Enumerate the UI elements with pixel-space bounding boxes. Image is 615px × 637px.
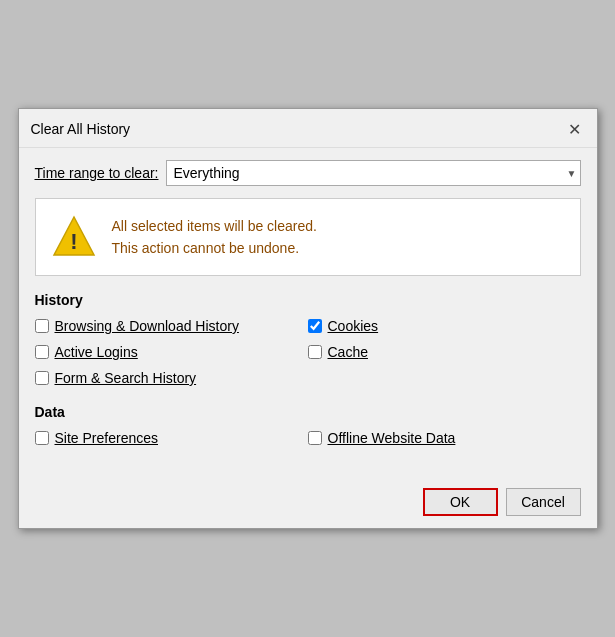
checkbox-cookies[interactable]: Cookies <box>308 318 581 334</box>
checkbox-offline-data-label: Offline Website Data <box>328 430 456 446</box>
checkbox-cache[interactable]: Cache <box>308 344 581 360</box>
data-section: Data Site Preferences Offline Website Da… <box>35 404 581 446</box>
checkbox-cache-input[interactable] <box>308 345 322 359</box>
checkbox-active-logins[interactable]: Active Logins <box>35 344 308 360</box>
checkbox-cookies-input[interactable] <box>308 319 322 333</box>
checkbox-site-pref-input[interactable] <box>35 431 49 445</box>
checkbox-offline-data[interactable]: Offline Website Data <box>308 430 581 446</box>
dialog-title: Clear All History <box>31 121 131 137</box>
warning-line2: This action cannot be undone. <box>112 237 317 259</box>
checkbox-form-search-input[interactable] <box>35 371 49 385</box>
checkbox-browsing-label: Browsing & Download History <box>55 318 239 334</box>
close-button[interactable]: ✕ <box>565 119 585 139</box>
warning-box: ! All selected items will be cleared. Th… <box>35 198 581 276</box>
checkbox-form-search[interactable]: Form & Search History <box>35 370 308 386</box>
dialog-body: Time range to clear: Everything Last Hou… <box>19 148 597 476</box>
warning-line1: All selected items will be cleared. <box>112 215 317 237</box>
time-range-row: Time range to clear: Everything Last Hou… <box>35 160 581 186</box>
checkbox-cookies-label: Cookies <box>328 318 379 334</box>
clear-history-dialog: Clear All History ✕ Time range to clear:… <box>18 108 598 529</box>
data-section-title: Data <box>35 404 581 420</box>
warning-text: All selected items will be cleared. This… <box>112 215 317 260</box>
warning-icon: ! <box>50 213 98 261</box>
time-range-select[interactable]: Everything Last Hour Last Two Hours Last… <box>166 160 580 186</box>
cancel-button[interactable]: Cancel <box>506 488 581 516</box>
svg-text:!: ! <box>70 229 77 254</box>
history-section: History Browsing & Download History Cook… <box>35 292 581 386</box>
checkbox-cache-label: Cache <box>328 344 368 360</box>
checkbox-form-search-label: Form & Search History <box>55 370 197 386</box>
time-range-label: Time range to clear: <box>35 165 159 181</box>
title-bar: Clear All History ✕ <box>19 109 597 148</box>
history-checkboxes: Browsing & Download History Cookies Acti… <box>35 318 581 386</box>
checkbox-browsing[interactable]: Browsing & Download History <box>35 318 308 334</box>
dialog-footer: OK Cancel <box>19 476 597 528</box>
ok-button[interactable]: OK <box>423 488 498 516</box>
checkbox-browsing-input[interactable] <box>35 319 49 333</box>
checkbox-site-pref[interactable]: Site Preferences <box>35 430 308 446</box>
checkbox-active-logins-label: Active Logins <box>55 344 138 360</box>
checkbox-site-pref-label: Site Preferences <box>55 430 159 446</box>
history-section-title: History <box>35 292 581 308</box>
checkbox-active-logins-input[interactable] <box>35 345 49 359</box>
time-range-select-wrapper: Everything Last Hour Last Two Hours Last… <box>166 160 580 186</box>
checkbox-offline-data-input[interactable] <box>308 431 322 445</box>
data-checkboxes: Site Preferences Offline Website Data <box>35 430 581 446</box>
